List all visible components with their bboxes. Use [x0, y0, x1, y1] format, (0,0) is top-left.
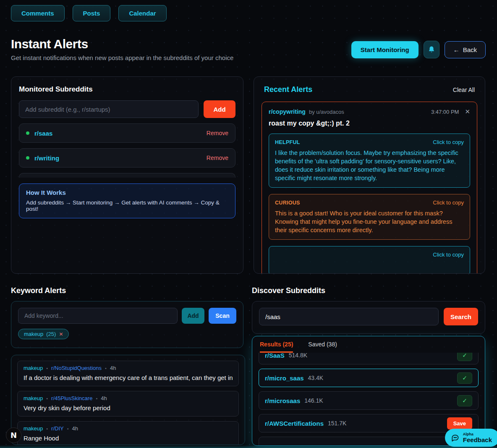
tab-comments[interactable]: Comments [11, 5, 65, 21]
feedback-label: Feedback [463, 436, 492, 443]
result-keyword: makeup [24, 425, 43, 432]
status-dot-icon [26, 156, 29, 160]
remove-subreddit-button[interactable]: Remove [207, 130, 228, 136]
subreddit-row-saas: r/saas Remove [19, 123, 235, 143]
result-subreddit-link[interactable]: r/45PlusSkincare [51, 395, 92, 401]
discover-search-panel: Search [252, 301, 485, 334]
comment-text: This is a good start! Who is your ideal … [275, 209, 464, 234]
monitored-title: Monitored Subreddits [19, 85, 235, 94]
comment-tone-label: CURIOUS [275, 200, 300, 206]
result-time: 4h [110, 365, 116, 371]
discover-members: 146.1K [304, 397, 457, 404]
tab-posts[interactable]: Posts [73, 5, 111, 21]
result-post-title: If a doctor is dealing with emergency ca… [24, 374, 233, 381]
comment-helpful[interactable]: HELPFUL Click to copy I like the problem… [269, 134, 470, 188]
save-button[interactable]: Save [447, 417, 472, 430]
back-button[interactable]: ← Back [445, 41, 486, 58]
dot-separator: • [67, 426, 69, 431]
result-post-title: Range Hood [24, 435, 233, 442]
discover-members: 43.4K [308, 375, 457, 381]
tab-calendar[interactable]: Calendar [118, 5, 166, 21]
result-time: 4h [101, 395, 107, 401]
feedback-button[interactable]: Alpha Feedback [445, 429, 497, 447]
back-arrow-icon: ← [453, 46, 460, 53]
chip-count: (25) [46, 331, 56, 337]
result-subreddit-link[interactable]: r/DIY [51, 425, 64, 432]
dot-separator: • [46, 426, 48, 431]
keyword-result-card[interactable]: makeup • r/DIY • 4h Range Hood [17, 421, 239, 445]
comment-tone-label: HELPFUL [275, 139, 300, 145]
keyword-result-card[interactable]: makeup • r/NoStupidQuestions • 4h If a d… [17, 361, 239, 386]
discover-members: 151.7K [328, 420, 447, 427]
start-monitoring-button[interactable]: Start Monitoring [351, 41, 419, 58]
top-nav: Comments Posts Calendar [11, 5, 167, 21]
tab-results[interactable]: Results (25) [260, 341, 293, 353]
result-time: 4h [72, 425, 78, 432]
alert-time: 3:47:00 PM [431, 109, 459, 115]
result-subreddit-link[interactable]: r/NoStupidQuestions [51, 365, 102, 371]
discover-row-micro-saas: r/micro_saas 43.4K ✓ [259, 369, 479, 387]
header-actions: Start Monitoring ← Back [351, 41, 486, 58]
discover-subreddit-name: r/micro_saas [265, 375, 304, 382]
saved-check-button[interactable]: ✓ [457, 372, 472, 384]
dot-separator: • [96, 396, 97, 401]
add-keyword-button[interactable]: Add [182, 308, 204, 324]
bell-button[interactable] [424, 41, 439, 58]
page-title: Instant Alerts [11, 37, 88, 51]
discover-members: 514.8K [289, 353, 457, 359]
alert-meta: r/copywriting by u/avodacos 3:47:00 PM ✕ [269, 108, 470, 115]
scan-button[interactable]: Scan [209, 308, 236, 324]
keyword-results-panel: makeup • r/NoStupidQuestions • 4h If a d… [11, 355, 245, 445]
result-keyword: makeup [24, 365, 43, 371]
how-it-works-box: How It Works Add subreddits → Start moni… [19, 183, 235, 218]
monitored-subreddits-panel: Monitored Subreddits Add r/saas Remove r… [11, 76, 243, 274]
discover-subreddit-name: r/microsaas [265, 397, 300, 404]
click-to-copy-label[interactable]: Click to copy [433, 252, 464, 258]
comment-text: I like the problem/solution focus. Maybe… [275, 149, 464, 182]
subreddit-name: r/writing [34, 155, 207, 162]
add-subreddit-input[interactable] [19, 100, 199, 118]
remove-chip-icon[interactable]: ✕ [59, 331, 63, 337]
keyword-alerts-panel: Add Scan makeup (25) ✕ [11, 301, 243, 348]
dot-separator: • [46, 366, 48, 371]
saved-check-button[interactable]: ✓ [457, 353, 472, 361]
add-subreddit-button[interactable]: Add [204, 100, 235, 118]
remove-subreddit-button[interactable]: Remove [207, 155, 228, 161]
discover-tabs: Results (25) Saved (38) [252, 336, 485, 353]
recent-alerts-header: Recent Alerts Clear All [262, 84, 477, 94]
click-to-copy-label[interactable]: Click to copy [433, 199, 464, 206]
close-alert-icon[interactable]: ✕ [465, 108, 470, 115]
bottom-glow [0, 445, 497, 448]
click-to-copy-label[interactable]: Click to copy [433, 139, 464, 145]
feedback-alpha-label: Alpha [463, 432, 492, 436]
alert-subreddit-link[interactable]: r/copywriting [269, 108, 306, 115]
back-label: Back [463, 46, 477, 53]
dot-separator: • [46, 396, 48, 401]
search-button[interactable]: Search [444, 308, 478, 325]
recent-alerts-panel: Recent Alerts Clear All r/copywriting by… [254, 76, 485, 274]
status-dot-icon [26, 131, 29, 135]
keyword-result-card[interactable]: makeup • r/45PlusSkincare • 4h Very dry … [17, 391, 239, 417]
how-it-works-text: Add subreddits → Start monitoring → Get … [26, 199, 228, 212]
alert-post-title: roast my copy &gt;:) pt. 2 [269, 120, 470, 127]
clear-all-button[interactable]: Clear All [453, 86, 475, 93]
how-it-works-title: How It Works [26, 189, 228, 196]
add-keyword-input[interactable] [18, 308, 178, 324]
bell-icon [428, 46, 435, 53]
subreddit-name: r/saas [34, 130, 207, 137]
n-logo[interactable]: N [6, 427, 21, 443]
result-post-title: Very dry skin day before period [24, 404, 233, 411]
discover-subreddits-title: Discover Subreddits [252, 286, 325, 295]
keyword-input-row: Add Scan [18, 308, 236, 324]
discover-search-input[interactable] [259, 308, 439, 325]
discover-row-microsaas: r/microsaas 146.1K ✓ [259, 391, 479, 410]
saved-check-button[interactable]: ✓ [457, 395, 472, 406]
page-subtitle: Get instant notifications when new posts… [11, 54, 233, 61]
subreddit-row-writing: r/writing Remove [19, 148, 235, 168]
tab-saved[interactable]: Saved (38) [308, 341, 337, 353]
comment-curious[interactable]: CURIOUS Click to copy This is a good sta… [269, 194, 470, 240]
recent-alerts-title: Recent Alerts [264, 85, 312, 94]
comment-partial[interactable]: Click to copy [269, 246, 470, 274]
alert-card: r/copywriting by u/avodacos 3:47:00 PM ✕… [262, 102, 477, 274]
discover-row-saas: r/SaaS 514.8K ✓ [259, 353, 479, 364]
